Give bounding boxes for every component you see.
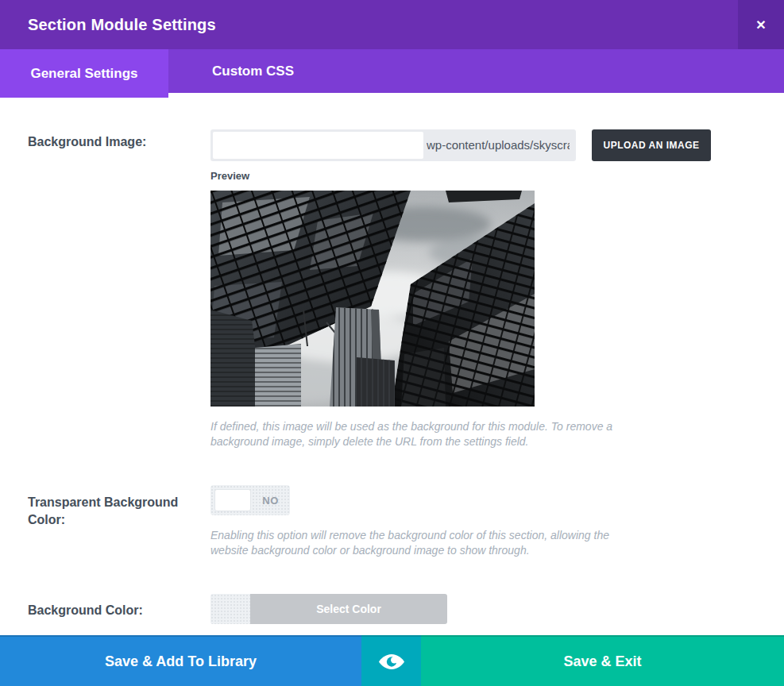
background-color-label: Background Color: [28,602,207,619]
modal-header: Section Module Settings ✕ [0,0,784,49]
transparent-background-color-label: Transparent Background Color: [28,494,207,528]
background-image-description: If defined, this image will be used as t… [210,419,643,449]
tab-label: General Settings [30,66,137,82]
tab-general-settings[interactable]: General Settings [0,49,168,98]
eye-icon [378,653,405,671]
save-add-to-library-button[interactable]: Save & Add To Library [0,635,361,686]
preview-label: Preview [210,170,249,182]
toggle-state-label: NO [251,495,290,507]
transparent-background-toggle[interactable]: NO [210,485,290,515]
modal-title: Section Module Settings [28,0,216,49]
tab-label: Custom CSS [212,64,294,79]
select-color-button[interactable]: Select Color [250,594,447,624]
toggle-knob[interactable] [214,489,251,511]
upload-an-image-button[interactable]: UPLOAD AN IMAGE [592,129,711,161]
close-icon: ✕ [755,17,766,33]
preview-button[interactable] [361,635,421,686]
save-exit-button[interactable]: Save & Exit [421,635,784,686]
input-highlight [213,132,423,159]
transparent-background-description: Enabling this option will remove the bac… [210,528,643,558]
close-button[interactable]: ✕ [738,0,784,49]
tab-custom-css[interactable]: Custom CSS [168,49,338,93]
modal-footer: Save & Add To Library Save & Exit [0,635,784,686]
background-image-url-input[interactable]: wp-content/uploads/skyscrap [210,129,576,161]
background-image-label: Background Image: [28,133,203,151]
background-image-url-value: wp-content/uploads/skyscrap [427,129,570,161]
background-color-picker[interactable]: Select Color [210,594,447,624]
preview-image [210,191,535,407]
color-swatch[interactable] [210,594,250,624]
